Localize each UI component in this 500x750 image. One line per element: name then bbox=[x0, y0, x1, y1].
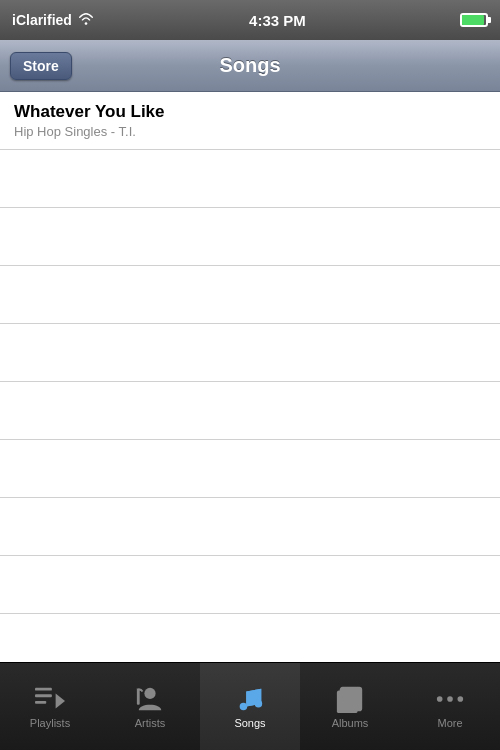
tab-more[interactable]: More bbox=[400, 663, 500, 750]
empty-row bbox=[0, 266, 500, 324]
empty-row bbox=[0, 150, 500, 208]
svg-point-14 bbox=[458, 696, 464, 702]
tab-playlists[interactable]: Playlists bbox=[0, 663, 100, 750]
tab-songs-label: Songs bbox=[234, 717, 265, 729]
empty-row bbox=[0, 382, 500, 440]
status-carrier: iClarified bbox=[12, 12, 95, 29]
svg-point-12 bbox=[437, 696, 443, 702]
store-button[interactable]: Store bbox=[10, 52, 72, 80]
svg-rect-1 bbox=[35, 694, 52, 697]
svg-point-13 bbox=[447, 696, 453, 702]
empty-row bbox=[0, 324, 500, 382]
svg-rect-5 bbox=[137, 689, 140, 704]
empty-row bbox=[0, 498, 500, 556]
playlists-icon bbox=[35, 685, 65, 713]
tab-playlists-label: Playlists bbox=[30, 717, 70, 729]
wifi-icon bbox=[77, 12, 95, 29]
nav-bar: Store Songs bbox=[0, 40, 500, 92]
songs-icon bbox=[235, 685, 265, 713]
svg-point-7 bbox=[255, 699, 263, 707]
empty-row bbox=[0, 440, 500, 498]
tab-artists-label: Artists bbox=[135, 717, 166, 729]
tab-albums[interactable]: Albums bbox=[300, 663, 400, 750]
song-title: Whatever You Like bbox=[14, 102, 486, 122]
song-list: Whatever You Like Hip Hop Singles - T.I. bbox=[0, 92, 500, 662]
status-bar: iClarified 4:33 PM bbox=[0, 0, 500, 40]
tab-albums-label: Albums bbox=[332, 717, 369, 729]
song-subtitle: Hip Hop Singles - T.I. bbox=[14, 124, 486, 139]
svg-rect-2 bbox=[35, 700, 46, 703]
svg-point-6 bbox=[240, 702, 248, 710]
svg-marker-3 bbox=[56, 693, 65, 708]
battery-fill bbox=[462, 15, 484, 25]
tab-artists[interactable]: Artists bbox=[100, 663, 200, 750]
tab-more-label: More bbox=[437, 717, 462, 729]
nav-title: Songs bbox=[219, 54, 280, 77]
more-icon bbox=[435, 685, 465, 713]
list-item[interactable]: Whatever You Like Hip Hop Singles - T.I. bbox=[0, 92, 500, 150]
status-time: 4:33 PM bbox=[249, 12, 306, 29]
tab-bar: Playlists Artists Songs Albums bbox=[0, 662, 500, 750]
empty-row bbox=[0, 208, 500, 266]
svg-rect-11 bbox=[343, 699, 351, 701]
albums-icon bbox=[335, 685, 365, 713]
svg-point-4 bbox=[144, 687, 155, 698]
empty-row bbox=[0, 556, 500, 614]
artists-icon bbox=[135, 685, 165, 713]
svg-rect-10 bbox=[343, 696, 352, 698]
battery-icon bbox=[460, 13, 488, 27]
tab-songs[interactable]: Songs bbox=[200, 663, 300, 750]
svg-rect-0 bbox=[35, 687, 52, 690]
